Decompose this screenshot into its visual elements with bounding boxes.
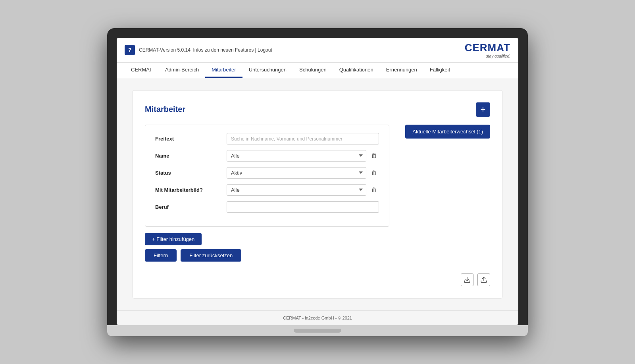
logo: CERMAT	[465, 42, 510, 54]
filter-button[interactable]: Filtern	[145, 249, 177, 262]
footer: CERMAT - in2code GmbH - © 2021	[117, 310, 518, 325]
export-upload-button[interactable]	[477, 273, 490, 286]
logo-area: CERMAT stay qualified.	[465, 42, 510, 58]
aktuell-button[interactable]: Aktuelle Mitarbeiterwechsel (1)	[405, 125, 490, 139]
nav-item-cermat[interactable]: CERMAT	[125, 63, 159, 78]
top-bar: ? CERMAT-Version 5.0.14: Infos zu den ne…	[117, 38, 518, 63]
freitext-label: Freitext	[155, 136, 227, 142]
status-input-wrap: Aktiv Inaktiv 🗑	[227, 167, 379, 179]
nav-item-untersuchungen[interactable]: Untersuchungen	[242, 63, 293, 78]
logo-text-t: T	[504, 42, 510, 54]
right-actions: Aktuelle Mitarbeiterwechsel (1)	[397, 125, 490, 139]
help-button[interactable]: ?	[125, 45, 135, 55]
status-delete-button[interactable]: 🗑	[369, 168, 379, 177]
page-header-row: Mitarbeiter +	[145, 102, 490, 117]
upload-icon	[480, 276, 487, 283]
freitext-input[interactable]	[227, 133, 379, 144]
freitext-input-wrap	[227, 133, 379, 144]
name-select[interactable]: Alle	[227, 150, 366, 162]
logo-tagline: stay qualified.	[465, 54, 510, 58]
mitarbeiterbild-delete-button[interactable]: 🗑	[369, 185, 379, 194]
nav-item-mitarbeiter[interactable]: Mitarbeiter	[205, 63, 242, 78]
add-filter-button[interactable]: + Filter hinzufügen	[145, 233, 202, 245]
filter-row-freitext: Freitext	[155, 133, 379, 144]
filter-row-status: Status Aktiv Inaktiv 🗑	[155, 167, 379, 179]
add-button[interactable]: +	[476, 102, 490, 117]
nav-item-qualifikationen[interactable]: Qualifikationen	[333, 63, 380, 78]
nav-item-schulungen[interactable]: Schulungen	[293, 63, 333, 78]
filter-row-mitarbeiterbild: Mit Mitarbeiterbild? Alle Ja Nein 🗑	[155, 184, 379, 196]
page-title: Mitarbeiter	[145, 105, 185, 114]
download-icon	[464, 276, 471, 283]
nav-item-ernennungen[interactable]: Ernennungen	[380, 63, 423, 78]
status-select[interactable]: Aktiv Inaktiv	[227, 167, 366, 179]
form-section: Freitext Name Alle	[145, 125, 389, 262]
mitarbeiterbild-select[interactable]: Alle Ja Nein	[227, 184, 366, 196]
export-download-button[interactable]	[461, 273, 473, 286]
status-label: Status	[155, 170, 227, 176]
content-layout: Freitext Name Alle	[145, 125, 490, 262]
filter-row-beruf: Beruf	[155, 201, 379, 213]
nav-bar: CERMAT Admin-Bereich Mitarbeiter Untersu…	[117, 63, 518, 78]
name-input-wrap: Alle 🗑	[227, 150, 379, 162]
nav-item-admin[interactable]: Admin-Bereich	[159, 63, 205, 78]
top-bar-left: ? CERMAT-Version 5.0.14: Infos zu den ne…	[125, 45, 272, 55]
filter-row-name: Name Alle 🗑	[155, 150, 379, 162]
main-card: Mitarbeiter + Freitext	[133, 90, 502, 299]
filter-form: Freitext Name Alle	[145, 125, 389, 227]
action-buttons-row: Filtern Filter zurücksetzen	[145, 249, 389, 262]
name-delete-button[interactable]: 🗑	[369, 151, 379, 160]
nav-item-faelligkeit[interactable]: Fälligkeit	[423, 63, 456, 78]
laptop-notch	[294, 329, 341, 333]
beruf-input[interactable]	[227, 201, 379, 213]
main-content: Mitarbeiter + Freitext	[117, 78, 518, 310]
top-bar-info: CERMAT-Version 5.0.14: Infos zu den neue…	[139, 47, 272, 53]
mitarbeiterbild-input-wrap: Alle Ja Nein 🗑	[227, 184, 379, 196]
beruf-input-wrap	[227, 201, 379, 213]
logo-text-cerm: CERM	[465, 42, 497, 54]
reset-button[interactable]: Filter zurücksetzen	[181, 249, 241, 262]
laptop-base	[107, 325, 528, 336]
export-row	[145, 270, 490, 286]
logo-text-a: A	[496, 42, 504, 54]
beruf-label: Beruf	[155, 204, 227, 210]
mitarbeiterbild-label: Mit Mitarbeiterbild?	[155, 187, 227, 193]
name-label: Name	[155, 153, 227, 159]
